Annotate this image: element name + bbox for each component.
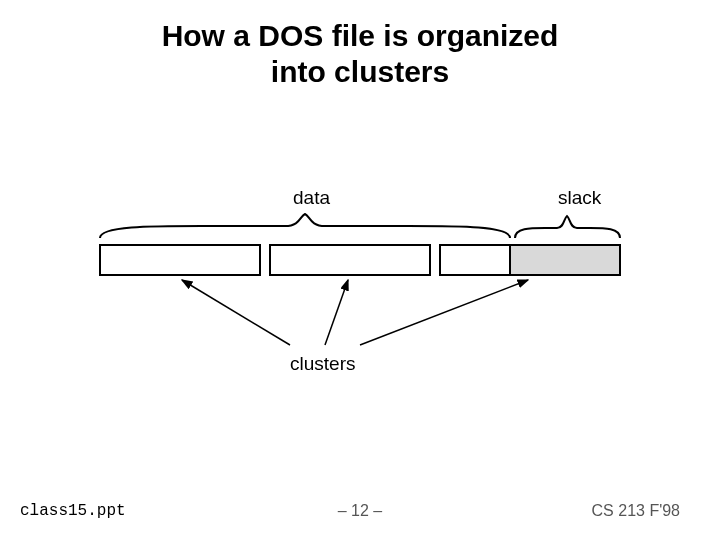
arrow-to-cluster-2 (325, 280, 348, 345)
arrow-to-cluster-3 (360, 280, 528, 345)
slide-title: How a DOS file is organized into cluster… (0, 18, 720, 90)
title-line-2: into clusters (271, 55, 449, 88)
brace-slack (515, 216, 620, 238)
cluster-box-2 (270, 245, 430, 275)
brace-data (100, 214, 510, 238)
cluster-box-3-slack (510, 245, 620, 275)
cluster-box-3-data (440, 245, 510, 275)
title-line-1: How a DOS file is organized (162, 19, 559, 52)
footer-course: CS 213 F'98 (592, 502, 680, 520)
cluster-diagram (90, 210, 640, 350)
cluster-box-1 (100, 245, 260, 275)
arrow-to-cluster-1 (182, 280, 290, 345)
label-data: data (293, 187, 330, 209)
label-slack: slack (558, 187, 601, 209)
slide: How a DOS file is organized into cluster… (0, 0, 720, 540)
label-clusters: clusters (290, 353, 355, 375)
